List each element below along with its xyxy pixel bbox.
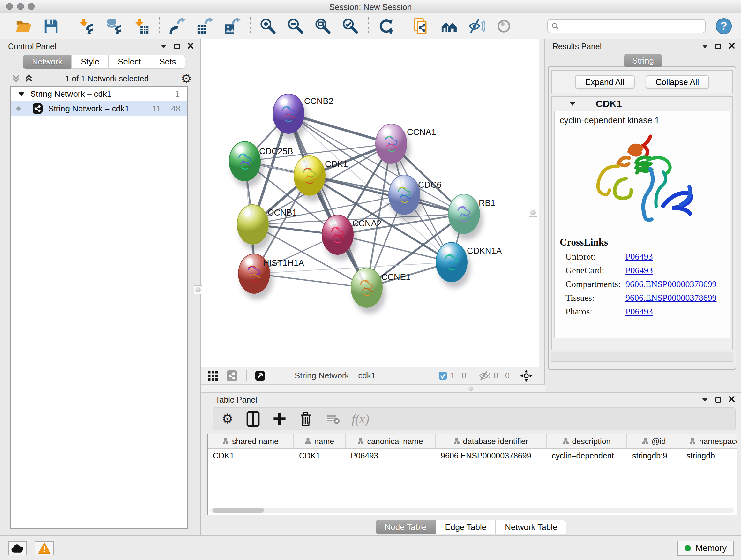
table-horizontal-scrollbar[interactable] — [210, 508, 734, 513]
node-CDC6[interactable] — [388, 175, 420, 215]
network-canvas[interactable]: CCNB2CCNA1CDC25BCDK1CDC6RB1CCNB1CCNA2CDK… — [201, 39, 539, 367]
crosslink-link[interactable]: 9606.ENSP00000378699 — [625, 279, 717, 289]
table-cell: 9606.ENSP00000378699 — [435, 451, 547, 460]
node-CCNB1[interactable] — [237, 204, 269, 245]
tab-network-table[interactable]: Network Table — [495, 520, 566, 534]
zoom-in-icon[interactable] — [259, 17, 277, 36]
table-panel-float-icon[interactable] — [716, 397, 721, 402]
control-panel-float-icon[interactable] — [174, 44, 180, 49]
import-network-database-icon[interactable] — [105, 17, 124, 36]
grid-view-icon[interactable] — [208, 371, 218, 381]
export-image-icon[interactable] — [223, 17, 242, 36]
import-table-icon[interactable] — [132, 17, 151, 36]
annotation-mode-icon[interactable] — [255, 371, 265, 381]
zoom-selected-icon[interactable] — [341, 17, 360, 36]
node-CCNA1[interactable] — [375, 124, 407, 164]
import-network-file-icon[interactable] — [77, 17, 96, 36]
table-settings-gear-icon[interactable]: ⚙ — [221, 412, 233, 426]
tab-string[interactable]: String — [624, 54, 662, 67]
delete-table-icon[interactable] — [327, 414, 340, 424]
network-options-gear-icon[interactable]: ⚙ — [181, 72, 192, 84]
table-panel-menu-icon[interactable] — [702, 398, 708, 401]
node-CDC25B[interactable] — [229, 141, 261, 181]
scrollbar-thumb[interactable] — [213, 508, 264, 513]
node-CCNA2[interactable] — [322, 214, 354, 255]
protein-description: cyclin-dependent kinase 1 — [560, 116, 724, 125]
protein-collapse-icon[interactable] — [569, 102, 576, 106]
column-header-name[interactable]: name — [294, 434, 346, 448]
edge-CCNA2-CDKN1A[interactable] — [338, 235, 452, 262]
crosslink-link[interactable]: P06493 — [625, 307, 653, 317]
results-panel-float-icon[interactable] — [716, 44, 721, 49]
node-CDKN1A[interactable] — [435, 242, 468, 282]
splitter-knob[interactable] — [468, 386, 473, 391]
memory-button[interactable]: Memory — [677, 541, 734, 556]
collection-expand-icon[interactable] — [18, 92, 24, 96]
hidden-eye-icon[interactable] — [478, 370, 490, 381]
results-panel-close-icon[interactable] — [729, 43, 735, 50]
column-header-description[interactable]: description — [547, 434, 627, 448]
crosslink-link[interactable]: 9606.ENSP00000378699 — [625, 293, 717, 303]
node-label-CDC6: CDC6 — [418, 180, 442, 190]
collapse-all-button[interactable]: Collapse All — [646, 75, 710, 89]
crosslink-link[interactable]: P06493 — [625, 265, 653, 275]
function-builder-icon[interactable]: f(x) — [352, 412, 369, 427]
collapse-all-networks-icon[interactable] — [12, 74, 20, 83]
expand-all-button[interactable]: Expand All — [575, 75, 635, 89]
node-label-RB1: RB1 — [479, 198, 495, 208]
table-row[interactable]: CDK1CDK1P064939606.ENSP00000378699cyclin… — [208, 449, 737, 462]
warnings-button[interactable] — [35, 541, 54, 555]
results-panel-menu-icon[interactable] — [702, 45, 708, 48]
export-table-icon[interactable] — [196, 17, 214, 36]
show-graphics-details-icon[interactable] — [440, 17, 459, 36]
delete-column-trash-icon[interactable] — [299, 411, 313, 427]
save-session-icon[interactable] — [42, 17, 60, 36]
apply-layout-icon[interactable] — [377, 17, 395, 36]
zoom-fit-icon[interactable] — [314, 17, 332, 36]
view-mode-icon[interactable] — [226, 370, 238, 381]
cloud-icon — [10, 543, 24, 553]
hide-selected-icon[interactable] — [468, 17, 486, 36]
expand-all-networks-icon[interactable] — [24, 74, 33, 83]
tab-network[interactable]: Network — [23, 55, 71, 69]
horizontal-splitter[interactable] — [201, 384, 545, 392]
network-from-document-icon[interactable] — [413, 17, 431, 36]
vertical-splitter[interactable] — [539, 39, 545, 392]
help-button[interactable]: ? — [715, 17, 732, 35]
edge-HIST1H1A-CCNE1[interactable] — [254, 273, 367, 288]
open-session-icon[interactable] — [14, 17, 33, 36]
tab-edge-table[interactable]: Edge Table — [436, 520, 496, 534]
node-CCNE1[interactable] — [351, 267, 383, 308]
control-panel-title: Control Panel — [8, 42, 56, 51]
control-panel-close-icon[interactable] — [187, 43, 194, 50]
show-columns-icon[interactable] — [246, 411, 260, 427]
table-panel-close-icon[interactable] — [729, 396, 735, 403]
show-hidden-icon[interactable] — [495, 17, 514, 36]
column-header-namespace[interactable]: namespace — [681, 434, 738, 448]
control-panel-menu-icon[interactable] — [161, 45, 166, 48]
zoom-out-icon[interactable] — [286, 17, 305, 36]
tab-style[interactable]: Style — [71, 55, 109, 69]
right-splitter-handle[interactable] — [529, 208, 537, 217]
tab-node-table[interactable]: Node Table — [376, 520, 436, 534]
column-header-database-identifier[interactable]: database identifier — [435, 434, 547, 448]
cloud-button[interactable] — [8, 541, 27, 555]
crosslink-link[interactable]: P06493 — [625, 252, 653, 262]
search-icon — [551, 22, 559, 30]
column-header-canonical-name[interactable]: canonical name — [346, 434, 435, 448]
tab-select[interactable]: Select — [109, 55, 150, 69]
node-CCNB2[interactable] — [273, 94, 305, 134]
network-row-selected[interactable]: String Network – cdk1 11 48 — [10, 101, 187, 116]
tab-sets[interactable]: Sets — [150, 55, 185, 69]
birds-eye-crosshair-icon[interactable] — [520, 369, 533, 382]
create-column-icon[interactable] — [273, 412, 286, 426]
node-RB1[interactable] — [448, 194, 480, 234]
export-network-icon[interactable] — [168, 17, 187, 36]
network-collection-row[interactable]: String Network – cdk1 1 — [10, 86, 187, 101]
selected-checkbox-icon[interactable] — [439, 371, 447, 380]
column-header-shared-name[interactable]: shared name — [208, 434, 294, 448]
left-splitter-handle[interactable] — [194, 286, 202, 294]
node-CDK1[interactable] — [293, 155, 326, 196]
search-input[interactable] — [559, 21, 705, 31]
column-header-@id[interactable]: @id — [627, 434, 681, 448]
